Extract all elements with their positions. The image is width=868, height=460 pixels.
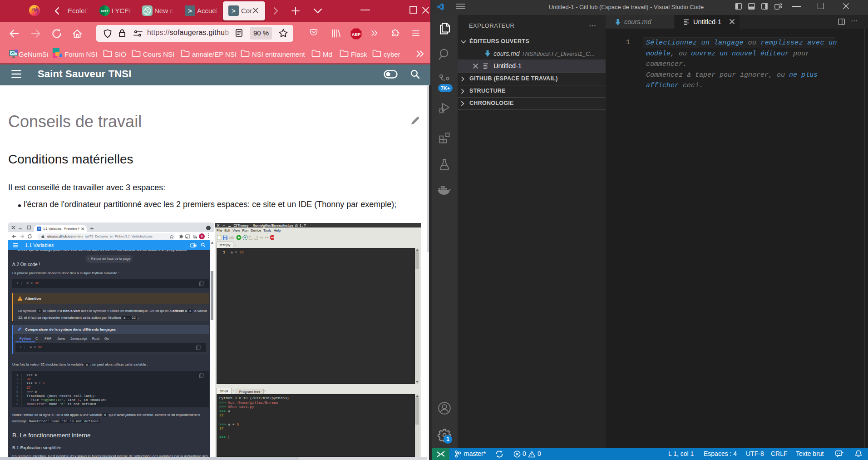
svg-text:ABP: ABP (352, 32, 361, 37)
svg-text:NOT: NOT (101, 9, 108, 13)
svg-text:>: > (232, 7, 236, 15)
svg-text:>: > (188, 7, 192, 15)
